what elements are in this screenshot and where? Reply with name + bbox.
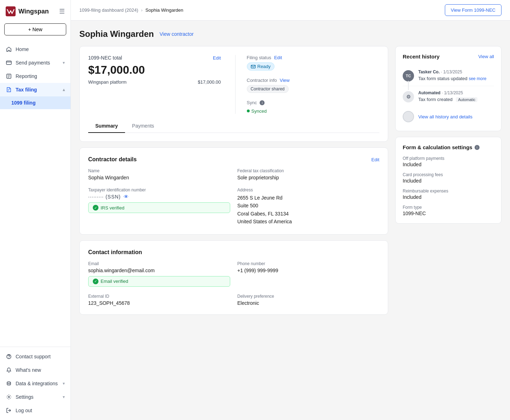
logout-icon: [6, 407, 12, 414]
support-icon: [6, 353, 12, 360]
filing-card-top: 1099-NEC total Edit $17,000.00 Wingspan …: [88, 55, 379, 114]
form-settings-card: Form & calculation settings i Off platfo…: [395, 137, 502, 224]
form-settings-title-row: Form & calculation settings i: [403, 144, 480, 150]
address-line4: United States of America: [237, 218, 379, 225]
tin-reveal-icon[interactable]: 👁: [124, 194, 129, 200]
svg-rect-1: [6, 61, 11, 65]
data-integrations-chevron: ▾: [63, 381, 65, 386]
phone-label: Phone number: [237, 261, 379, 266]
email-label: Email: [88, 261, 230, 266]
filing-edit-link[interactable]: Edit: [213, 55, 221, 61]
sidebar-item-settings-label: Settings: [16, 394, 34, 400]
breadcrumb-current: Sophia Wingarden: [146, 7, 183, 13]
sidebar-item-send-payments[interactable]: Send payments ▾: [0, 56, 70, 69]
logo-text: Wingspan: [18, 8, 49, 15]
setting-form-type: Form type 1099-NEC: [403, 205, 494, 216]
history-date-2: 1/13/2025: [444, 90, 463, 95]
view-form-button[interactable]: View Form 1099-NEC: [445, 4, 502, 16]
tin-masked: ········· (SSN): [88, 194, 121, 200]
detail-address: Address 2655 S Le Jeune Rd Suite 500 Cor…: [237, 187, 379, 226]
contact-info-title: Contact information: [88, 249, 142, 256]
sidebar-item-1099-filing[interactable]: 1099 filing: [0, 96, 70, 109]
tabs-container: Summary Payments: [88, 119, 379, 133]
name-value: Sophia Wingarden: [88, 175, 230, 180]
settings-chevron: ▾: [63, 394, 65, 399]
recent-history-title: Recent history: [403, 54, 440, 60]
address-label: Address: [237, 187, 379, 192]
tab-payments[interactable]: Payments: [125, 119, 161, 133]
contact-information-card: Contact information Email sophia.wingard…: [79, 240, 388, 315]
tax-classification-label: Federal tax classification: [237, 168, 379, 173]
contact-info-header: Contact information: [88, 249, 379, 256]
sidebar-item-data-integrations-label: Data & integrations: [16, 381, 58, 386]
sidebar-item-settings[interactable]: Settings ▾: [0, 390, 70, 404]
svg-point-6: [8, 396, 10, 398]
menu-icon[interactable]: ☰: [59, 7, 65, 15]
settings-list: Off platform payments Included Card proc…: [403, 156, 494, 216]
contractor-info-view-link[interactable]: View: [280, 78, 290, 83]
history-item-2: ⚙ Automated · 1/13/2025 Tax form created…: [403, 86, 494, 107]
svg-rect-7: [251, 65, 255, 68]
breadcrumb-chevron-icon: ›: [141, 7, 142, 13]
off-platform-value: Included: [403, 162, 494, 167]
address-line3: Coral Gabes, FL 33134: [237, 210, 379, 218]
sidebar-item-log-out[interactable]: Log out: [0, 404, 70, 417]
history-avatar-placeholder: [403, 111, 414, 122]
delivery-value: Electronic: [237, 300, 379, 306]
sidebar-item-reporting[interactable]: Reporting: [0, 69, 70, 83]
contractor-details-edit-link[interactable]: Edit: [372, 157, 379, 162]
breadcrumb-link[interactable]: 1099-filing dashboard (2024): [79, 7, 138, 13]
left-column: 1099-NEC total Edit $17,000.00 Wingspan …: [79, 46, 388, 315]
contractor-details-title: Contractor details: [88, 156, 137, 163]
send-payments-icon: [6, 60, 12, 66]
sidebar-bottom: Contact support What's new Data & integr…: [0, 347, 70, 420]
irs-verified-label: IRS verified: [101, 205, 124, 211]
history-meta-2: Automated · 1/13/2025: [418, 90, 494, 95]
sidebar: Wingspan ☰ + New Home Send payments ▾ Re…: [0, 0, 71, 420]
synced-label: Synced: [251, 108, 267, 114]
form-label-row: 1099-NEC total Edit: [88, 55, 221, 61]
irs-check-icon: ✓: [93, 205, 98, 211]
sidebar-nav: Home Send payments ▾ Reporting Tax filin…: [0, 41, 70, 347]
form-type-label: Form type: [403, 205, 494, 210]
email-verified-badge: ✓ Email verified: [88, 276, 230, 287]
sync-info-icon[interactable]: i: [260, 100, 265, 105]
external-id-label: External ID: [88, 294, 230, 299]
send-payments-chevron: ▾: [63, 60, 65, 65]
history-list: TC Tasker Co. · 1/13/2025 Tax form statu…: [403, 65, 494, 107]
reimbursable-label: Reimbursable expenses: [403, 189, 494, 194]
contractor-details-card: Contractor details Edit Name Sophia Wing…: [79, 147, 388, 235]
synced-badge: Synced: [247, 108, 267, 114]
history-item-3-placeholder: View all history and details: [403, 107, 494, 124]
see-more-link[interactable]: see more: [469, 76, 486, 81]
sidebar-item-contact-support[interactable]: Contact support: [0, 350, 70, 363]
sync-dot: [247, 110, 250, 112]
tax-classification-value: Sole proprietorship: [237, 175, 379, 180]
form-settings-header: Form & calculation settings i: [403, 144, 494, 150]
sidebar-logo: Wingspan ☰: [0, 0, 70, 21]
form-settings-info-icon[interactable]: i: [475, 145, 480, 150]
detail-email: Email sophia.wingarden@email.com ✓ Email…: [88, 261, 230, 287]
sidebar-item-1099-filing-label: 1099 filing: [11, 100, 35, 106]
filing-status-edit-link[interactable]: Edit: [274, 55, 282, 60]
sidebar-item-home[interactable]: Home: [0, 43, 70, 56]
email-value: sophia.wingarden@email.com: [88, 268, 230, 273]
view-all-history-details-link[interactable]: View all history and details: [418, 114, 472, 119]
form-settings-title: Form & calculation settings: [403, 144, 472, 150]
detail-name: Name Sophia Wingarden: [88, 168, 230, 180]
detail-delivery: Delivery preference Electronic: [237, 294, 379, 306]
view-all-history-link[interactable]: View all: [478, 54, 494, 59]
tin-label: Taxpayer identification number: [88, 187, 230, 192]
sync-section: Sync i Synced: [247, 100, 380, 114]
history-meta-1: Tasker Co. · 1/13/2025: [418, 69, 494, 74]
tab-summary[interactable]: Summary: [88, 119, 125, 133]
history-date-1: 1/13/2025: [443, 69, 462, 74]
address-line2: Suite 500: [237, 202, 379, 209]
sync-label: Sync: [247, 100, 257, 105]
view-contractor-link[interactable]: View contractor: [159, 31, 193, 37]
sidebar-item-home-label: Home: [16, 46, 29, 52]
sidebar-item-data-integrations[interactable]: Data & integrations ▾: [0, 377, 70, 390]
sidebar-item-tax-filing[interactable]: Tax filing ▴: [0, 83, 70, 96]
sidebar-item-whats-new[interactable]: What's new: [0, 363, 70, 377]
new-button[interactable]: + New: [4, 23, 66, 35]
